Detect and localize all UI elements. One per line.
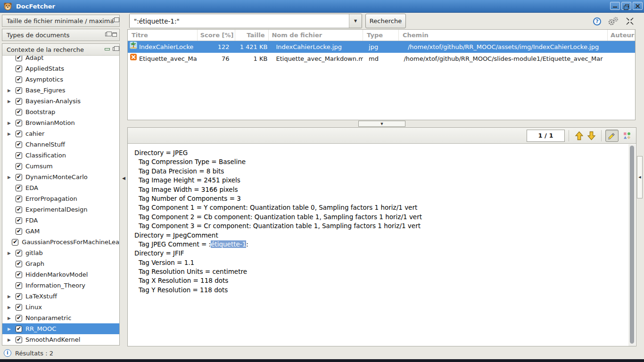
checkbox[interactable]: ✔	[16, 206, 22, 213]
close-button[interactable]	[633, 2, 643, 10]
checkbox[interactable]: ✔	[16, 152, 22, 159]
tree-item-DynamicMonteCarlo[interactable]: ▶✔DynamicMonteCarlo	[2, 172, 119, 182]
checkbox[interactable]: ✔	[16, 217, 22, 224]
highlight-toggle-button[interactable]	[605, 130, 619, 142]
tree-item-ErrorPropagation[interactable]: ✔ErrorPropagation	[2, 193, 119, 204]
to-system-tray-icon[interactable]	[626, 17, 634, 25]
tree-item-Nonparametric[interactable]: ▶✔Nonparametric	[2, 313, 119, 323]
collapse-preview-button[interactable]: ▼	[358, 121, 405, 127]
checkbox[interactable]: ✔	[16, 304, 22, 311]
tree-item-cahier[interactable]: ▶✔cahier	[2, 128, 119, 139]
expand-arrow-icon[interactable]: ▶	[5, 99, 16, 104]
tree-item-EDA[interactable]: ✔EDA	[2, 182, 119, 193]
checkbox[interactable]: ✔	[16, 76, 22, 83]
column-header-chemin[interactable]: Chemin	[399, 30, 608, 41]
tree-item-Classification[interactable]: ✔Classification	[2, 150, 119, 161]
tree-item-Cumsum[interactable]: ✔Cumsum	[2, 161, 119, 172]
tree-item-Bootstrap[interactable]: ✔Bootstrap	[2, 107, 119, 117]
tree-item-Bayesian-Analysis[interactable]: ▶✔Bayesian-Analysis	[2, 96, 119, 107]
expand-arrow-icon[interactable]: ▶	[5, 175, 16, 180]
table-preview-splitter[interactable]: ▼	[127, 120, 636, 127]
expand-arrow-icon[interactable]: ▶	[5, 316, 16, 321]
checkbox[interactable]: ✔	[16, 163, 22, 170]
right-sash-handle[interactable]: ◀	[637, 156, 643, 198]
tree-item-Asymptotics[interactable]: ✔Asymptotics	[2, 74, 119, 85]
expand-arrow-icon[interactable]: ▶	[5, 294, 16, 299]
preview-scrollbar[interactable]	[628, 144, 636, 346]
search-history-dropdown[interactable]: ▼	[349, 14, 362, 28]
checkbox[interactable]: ✔	[16, 315, 22, 321]
checkbox[interactable]: ✔	[16, 282, 22, 289]
column-header-score-%-[interactable]: Score [%]	[198, 30, 235, 41]
checkbox[interactable]: ✔	[16, 337, 22, 343]
checkbox[interactable]: ✔	[16, 66, 22, 72]
scrollbar-thumb[interactable]	[630, 146, 634, 344]
tree-item-gitlab[interactable]: ▶✔gitlab	[2, 247, 119, 258]
column-header-auteurs[interactable]: Auteurs	[608, 30, 635, 41]
checkbox[interactable]: ✔	[16, 120, 22, 126]
expand-arrow-icon[interactable]: ▶	[5, 88, 16, 93]
tree-item-BrownianMotion[interactable]: ▶✔BrownianMotion	[2, 117, 119, 128]
expand-arrow-icon[interactable]: ▶	[5, 305, 16, 310]
checkbox[interactable]: ✔	[16, 109, 22, 115]
checkbox[interactable]: ✔	[16, 131, 22, 137]
tree-item-Graph[interactable]: ✔Graph	[2, 258, 119, 269]
panel-restore-icon[interactable]	[105, 33, 109, 36]
tree-item-LaTeXstuff[interactable]: ▶✔LaTeXstuff	[2, 291, 119, 302]
tree-item-Information_Theory[interactable]: ✔Information_Theory	[2, 280, 119, 291]
result-colors-button[interactable]	[620, 130, 634, 142]
panel-minimize-icon[interactable]	[105, 48, 110, 50]
tree-item-ChannelStuff[interactable]: ✔ChannelStuff	[2, 139, 119, 150]
restore-button[interactable]	[621, 2, 631, 10]
checkbox[interactable]: ✔	[16, 293, 22, 300]
tree-item-AppliedStats[interactable]: ✔AppliedStats	[2, 63, 119, 74]
tree-item-SmoothAndKernel[interactable]: ▶✔SmoothAndKernel	[2, 334, 119, 345]
page-indicator[interactable]: 1 / 1	[527, 130, 565, 142]
checkbox[interactable]: ✔	[16, 196, 22, 202]
search-input[interactable]	[130, 14, 349, 28]
titlebar[interactable]: DocFetcher	[0, 0, 644, 13]
checkbox[interactable]: ✔	[16, 261, 22, 267]
panel-file-size[interactable]: Taille de fichier minimale / maxima	[2, 15, 120, 27]
next-occurrence-button[interactable]	[585, 130, 597, 142]
checkbox[interactable]: ✔	[12, 239, 18, 246]
tree-item-FDA[interactable]: ✔FDA	[2, 215, 119, 226]
table-row[interactable]: Etiquette_avec_Ma761 KBEtiquette_avec_Ma…	[128, 53, 635, 65]
checkbox[interactable]: ✔	[16, 174, 22, 181]
checkbox[interactable]: ✔	[16, 228, 22, 235]
panel-maximize-icon[interactable]	[112, 33, 117, 37]
checkbox[interactable]: ✔	[16, 326, 22, 332]
collapse-sidebar-icon[interactable]: ◀	[122, 176, 125, 181]
help-icon[interactable]: ?	[593, 17, 601, 25]
tree-item-ExperimentalDesign[interactable]: ✔ExperimentalDesign	[2, 204, 119, 215]
expand-arrow-icon[interactable]: ▶	[5, 132, 16, 136]
column-header-titre[interactable]: Titre	[128, 30, 198, 41]
table-row[interactable]: IndexCahierLocke1221 421 KBIndexCahierLo…	[128, 41, 635, 53]
checkbox[interactable]: ✔	[16, 56, 22, 61]
tree-item-GAM[interactable]: ✔GAM	[2, 226, 119, 237]
previous-occurrence-button[interactable]	[573, 130, 585, 142]
minimize-button[interactable]	[610, 2, 620, 10]
tree-item-HiddenMarkovModel[interactable]: ✔HiddenMarkovModel	[2, 269, 119, 280]
panel-search-scope[interactable]: Contexte de la recherche	[2, 43, 120, 56]
preferences-gears-icon[interactable]	[607, 16, 619, 26]
tree-item-GaussianProcessForMachineLea[interactable]: ✔GaussianProcessForMachineLea	[2, 237, 119, 247]
panel-restore-icon[interactable]	[113, 47, 117, 51]
column-header-nom-de-fichier[interactable]: Nom de fichier	[269, 30, 363, 41]
checkbox[interactable]: ✔	[16, 250, 22, 256]
column-header-type[interactable]: Type	[363, 30, 399, 41]
tree-item-RR_MOOC[interactable]: ▶✔RR_MOOC	[2, 323, 119, 334]
panel-restore-icon[interactable]	[113, 18, 117, 22]
tree-item-Base_Figures[interactable]: ▶✔Base_Figures	[2, 85, 119, 96]
checkbox[interactable]: ✔	[16, 272, 22, 278]
checkbox[interactable]: ✔	[16, 98, 22, 105]
panel-document-types[interactable]: Types de documents	[2, 29, 120, 41]
tree-item-Adapt[interactable]: ✔Adapt	[2, 56, 119, 63]
tree-item-Linux[interactable]: ▶✔Linux	[2, 302, 119, 313]
search-button[interactable]: Recherche	[365, 14, 406, 28]
expand-arrow-icon[interactable]: ▶	[5, 121, 16, 125]
expand-arrow-icon[interactable]: ▶	[5, 251, 16, 255]
expand-arrow-icon[interactable]: ▶	[5, 327, 16, 331]
checkbox[interactable]: ✔	[16, 87, 22, 94]
expand-arrow-icon[interactable]: ▶	[5, 337, 16, 342]
